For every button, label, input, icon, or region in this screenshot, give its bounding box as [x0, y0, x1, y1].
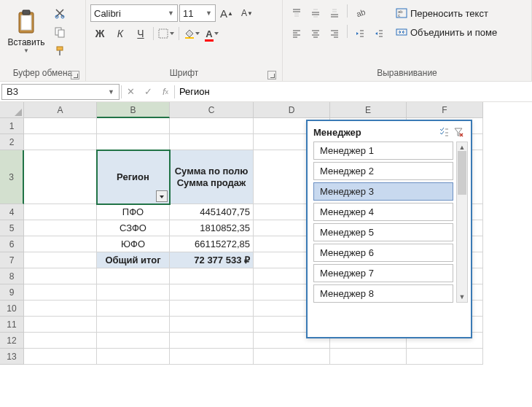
cell[interactable] [97, 301, 170, 317]
align-middle-button[interactable] [306, 4, 325, 22]
align-bottom-button[interactable] [325, 4, 344, 22]
font-size-combo[interactable]: 11▼ [179, 4, 216, 22]
column-header[interactable]: B [97, 102, 170, 118]
row-header[interactable]: 2 [0, 134, 24, 150]
row-header[interactable]: 13 [0, 349, 24, 365]
cell[interactable] [24, 349, 97, 365]
cell[interactable] [97, 118, 170, 134]
merge-button[interactable]: Объединить и поме [394, 23, 498, 41]
cell[interactable] [97, 349, 170, 365]
cell[interactable] [97, 134, 170, 150]
row-header[interactable]: 11 [0, 317, 24, 333]
cell[interactable] [407, 349, 483, 365]
cancel-formula-button[interactable]: ✕ [122, 84, 139, 100]
fill-color-button[interactable] [182, 25, 201, 42]
format-painter-button[interactable] [51, 42, 69, 60]
row-header[interactable]: 12 [0, 333, 24, 349]
row-header[interactable]: 10 [0, 301, 24, 317]
filter-dropdown-icon[interactable] [156, 190, 168, 202]
borders-button[interactable] [157, 25, 176, 42]
cell[interactable] [170, 333, 254, 349]
insert-function-button[interactable]: fx [157, 84, 174, 100]
slicer-item[interactable]: Менеджер 6 [313, 244, 453, 262]
cell[interactable]: 66115272,85 [170, 236, 254, 252]
cell[interactable]: Сумма по полю Сумма продаж [170, 150, 254, 204]
slicer-item[interactable]: Менеджер 5 [313, 223, 453, 241]
cell[interactable] [24, 134, 97, 150]
row-header[interactable]: 7 [0, 252, 24, 268]
cell[interactable] [24, 118, 97, 134]
cell[interactable] [24, 333, 97, 349]
wrap-text-button[interactable]: abc Переносить текст [394, 4, 498, 22]
column-header[interactable]: C [170, 102, 254, 118]
cell[interactable] [170, 134, 254, 150]
formula-input[interactable] [175, 84, 532, 100]
align-top-button[interactable] [287, 4, 306, 22]
cell[interactable] [170, 284, 254, 301]
row-header[interactable]: 8 [0, 268, 24, 284]
cell[interactable]: ЮФО [97, 236, 170, 252]
row-header[interactable]: 1 [0, 118, 24, 134]
row-header[interactable]: 5 [0, 220, 24, 236]
row-header[interactable]: 4 [0, 204, 24, 220]
cell[interactable] [24, 268, 97, 284]
cell[interactable]: 1810852,35 [170, 220, 254, 236]
cell[interactable]: 72 377 533 ₽ [170, 252, 254, 268]
cell[interactable] [97, 333, 170, 349]
accept-formula-button[interactable]: ✓ [139, 84, 157, 100]
clear-filter-button[interactable] [452, 125, 465, 139]
select-all-corner[interactable] [0, 102, 24, 118]
cell[interactable]: Общий итог [97, 252, 170, 268]
cell[interactable] [97, 317, 170, 333]
dialog-launcher-icon[interactable] [71, 71, 79, 80]
name-box[interactable]: B3▼ [1, 84, 120, 100]
decrease-indent-button[interactable] [351, 25, 369, 42]
font-name-combo[interactable]: Calibri▼ [90, 4, 178, 22]
column-header[interactable]: F [407, 102, 483, 118]
cell[interactable] [24, 150, 97, 204]
cell[interactable] [24, 236, 97, 252]
cell[interactable] [170, 301, 254, 317]
slicer-item[interactable]: Менеджер 4 [313, 203, 453, 221]
cell[interactable] [24, 284, 97, 301]
slicer-panel[interactable]: Менеджер Менеджер 1Менеджер 2Менеджер 3М… [306, 120, 472, 338]
underline-button[interactable]: Ч [131, 25, 150, 42]
dialog-launcher-icon[interactable] [267, 71, 276, 80]
cell[interactable] [97, 268, 170, 284]
scroll-down-icon[interactable]: ▼ [459, 293, 466, 301]
row-header[interactable]: 9 [0, 284, 24, 301]
cell[interactable]: 4451407,75 [170, 204, 254, 220]
cell[interactable] [170, 118, 254, 134]
bold-button[interactable]: Ж [90, 25, 109, 42]
cell[interactable] [97, 284, 170, 301]
cell[interactable] [24, 204, 97, 220]
cell[interactable] [24, 252, 97, 268]
slicer-item[interactable]: Менеджер 1 [313, 142, 453, 160]
slicer-item[interactable]: Менеджер 2 [313, 162, 453, 180]
multi-select-button[interactable] [437, 125, 450, 139]
align-right-button[interactable] [325, 25, 344, 42]
align-center-button[interactable] [306, 25, 325, 42]
slicer-item[interactable]: Менеджер 8 [313, 284, 453, 303]
cell[interactable] [330, 349, 407, 365]
cell[interactable]: СЗФО [97, 220, 170, 236]
column-header[interactable]: A [24, 102, 97, 118]
cell[interactable] [254, 349, 330, 365]
align-left-button[interactable] [287, 25, 306, 42]
italic-button[interactable]: К [111, 25, 130, 42]
slicer-item[interactable]: Менеджер 7 [313, 264, 453, 282]
cell[interactable]: ПФО [97, 204, 170, 220]
cell[interactable] [170, 349, 254, 365]
spreadsheet-grid[interactable]: ABCDEF 12345678910111213 РегионСумма по … [0, 102, 532, 407]
cell[interactable]: Регион [97, 150, 170, 204]
column-header[interactable]: D [254, 102, 330, 118]
row-header[interactable]: 6 [0, 236, 24, 252]
increase-font-button[interactable]: A▲ [217, 4, 236, 22]
copy-button[interactable] [51, 23, 69, 41]
orientation-button[interactable]: ab [351, 4, 369, 22]
cell[interactable] [24, 220, 97, 236]
font-color-button[interactable]: A [203, 25, 222, 42]
decrease-font-button[interactable]: A▼ [238, 4, 257, 22]
slicer-scrollbar[interactable]: ▲ ▼ [456, 142, 468, 303]
cell[interactable] [24, 317, 97, 333]
